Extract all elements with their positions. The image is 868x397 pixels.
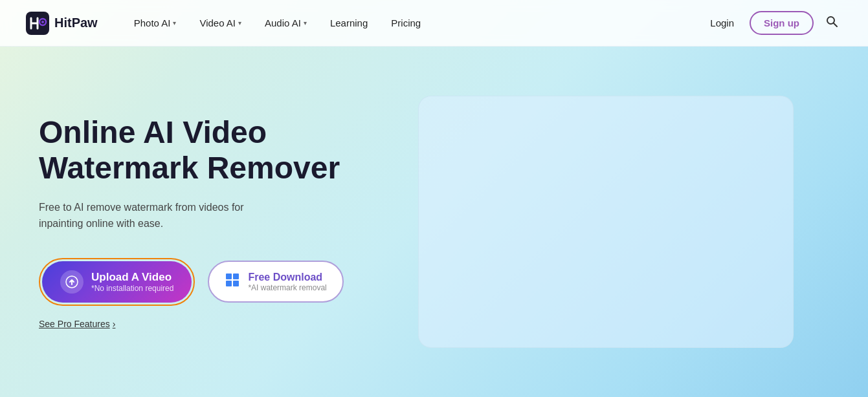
- svg-point-2: [41, 21, 44, 23]
- chevron-right-icon: ›: [113, 319, 116, 329]
- free-download-button[interactable]: Free Download *AI watermark removal: [208, 261, 343, 303]
- chevron-down-icon: ▾: [238, 19, 241, 27]
- upload-icon: [60, 270, 83, 294]
- hero-title: Online AI Video Watermark Remover: [39, 114, 344, 186]
- search-icon[interactable]: [821, 11, 842, 35]
- svg-rect-5: [226, 274, 232, 279]
- main-nav: Photo AI ▾ Video AI ▾ Audio AI ▾ Learnin…: [124, 12, 703, 34]
- upload-button-label: Upload A Video: [91, 271, 172, 284]
- logo-text: HitPaw: [54, 16, 98, 30]
- cta-row: Upload A Video *No installation required: [39, 258, 344, 306]
- svg-rect-7: [226, 281, 232, 286]
- download-button-label: Free Download: [248, 271, 322, 283]
- login-button[interactable]: Login: [702, 12, 742, 34]
- signup-button[interactable]: Sign up: [750, 11, 814, 35]
- hero-subtitle: Free to AI remove watermark from videos …: [39, 199, 344, 232]
- svg-rect-6: [233, 274, 239, 279]
- nav-item-pricing[interactable]: Pricing: [381, 12, 431, 34]
- logo[interactable]: HitPaw: [26, 12, 98, 35]
- hero-left: Online AI Video Watermark Remover Free t…: [39, 114, 344, 329]
- hitpaw-logo-icon: [26, 12, 49, 35]
- upload-video-button[interactable]: Upload A Video *No installation required: [42, 261, 192, 303]
- nav-right: Login Sign up: [702, 11, 842, 35]
- chevron-down-icon: ▾: [304, 19, 307, 27]
- see-pro-features-link[interactable]: See Pro Features ›: [39, 319, 344, 329]
- upload-button-sublabel: *No installation required: [91, 284, 173, 293]
- nav-item-video-ai[interactable]: Video AI ▾: [189, 12, 252, 34]
- main-content: Online AI Video Watermark Remover Free t…: [0, 47, 868, 397]
- download-button-sublabel: *AI watermark removal: [248, 283, 326, 292]
- nav-item-audio-ai[interactable]: Audio AI ▾: [254, 12, 317, 34]
- nav-item-photo-ai[interactable]: Photo AI ▾: [124, 12, 187, 34]
- chevron-down-icon: ▾: [173, 19, 176, 27]
- svg-rect-8: [233, 281, 239, 286]
- header: HitPaw Photo AI ▾ Video AI ▾ Audio AI ▾ …: [0, 0, 868, 47]
- hero-right: [383, 96, 829, 348]
- windows-icon: [225, 272, 240, 292]
- nav-item-learning[interactable]: Learning: [320, 12, 378, 34]
- upload-button-wrapper: Upload A Video *No installation required: [39, 258, 195, 306]
- video-preview-area: [418, 96, 794, 348]
